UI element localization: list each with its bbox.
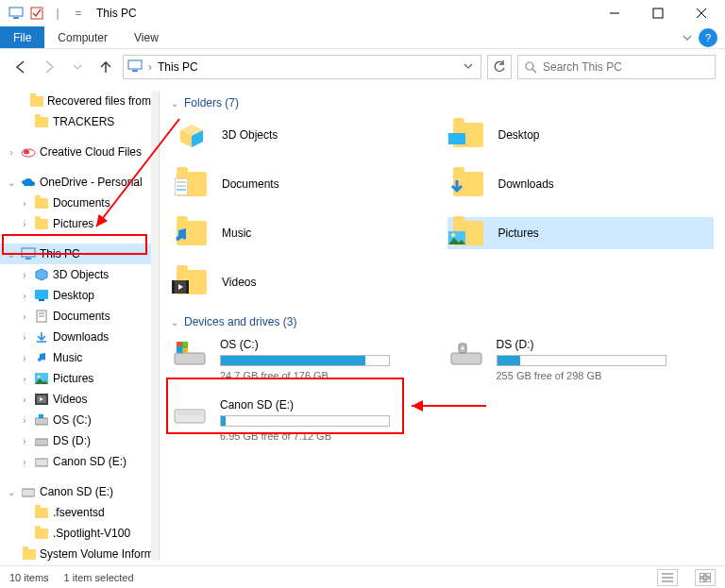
search-box[interactable] <box>517 55 716 79</box>
recent-locations-icon[interactable] <box>66 56 89 78</box>
forward-button[interactable] <box>38 56 60 78</box>
svg-rect-29 <box>35 439 48 445</box>
svg-rect-49 <box>183 342 189 347</box>
svg-rect-50 <box>177 348 182 354</box>
tree-item-od-documents[interactable]: ›Documents <box>0 193 151 213</box>
address-dropdown-icon[interactable] <box>460 60 477 74</box>
tree-item-spotlight[interactable]: .Spotlight-V100 <box>0 523 151 544</box>
tree-item-fseventsd[interactable]: .fseventsd <box>0 502 151 523</box>
back-button[interactable] <box>9 56 32 78</box>
tree-item-ds-d[interactable]: ›DS (D:) <box>0 430 151 451</box>
tree-item-downloads[interactable]: ›Downloads <box>0 327 151 347</box>
folder-downloads[interactable]: Downloads <box>447 168 715 200</box>
tree-item-desktop[interactable]: ›Desktop <box>0 285 151 306</box>
drive-os-c[interactable]: OS (C:) 24.7 GB free of 176 GB <box>171 338 407 381</box>
svg-rect-46 <box>175 353 205 364</box>
svg-rect-16 <box>35 290 48 299</box>
svg-rect-7 <box>128 60 142 69</box>
tree-item-canon-e-root[interactable]: ⌄Canon SD (E:) <box>0 481 151 502</box>
tree-item-trackers[interactable]: TRACKERS <box>0 111 151 132</box>
minimize-button[interactable] <box>593 0 636 26</box>
group-folders-label: Folders (7) <box>184 96 239 109</box>
close-button[interactable] <box>680 0 723 26</box>
status-bar: 10 items 1 item selected <box>0 565 725 588</box>
qat-properties-icon[interactable] <box>28 5 45 22</box>
view-details-button[interactable] <box>657 569 678 586</box>
svg-point-41 <box>451 233 455 237</box>
tree-item-music[interactable]: ›Music <box>0 347 151 368</box>
folder-documents[interactable]: Documents <box>171 168 438 200</box>
status-item-count: 10 items <box>9 572 49 583</box>
tree-item-onedrive[interactable]: ⌄OneDrive - Personal <box>0 172 151 193</box>
chevron-down-icon: ⌄ <box>171 98 178 109</box>
svg-rect-43 <box>172 280 175 294</box>
navigation-tree[interactable]: Recovered files from TRACKERS ›Creative … <box>0 85 151 566</box>
tab-file[interactable]: File <box>0 26 44 48</box>
svg-rect-61 <box>706 573 711 577</box>
status-selected-count: 1 item selected <box>64 572 134 583</box>
folder-music[interactable]: Music <box>171 217 438 249</box>
view-icons-button[interactable] <box>695 569 716 586</box>
tree-item-3dobjects[interactable]: ›3D Objects <box>0 264 151 285</box>
group-drives-header[interactable]: ⌄ Devices and drives (3) <box>171 315 714 328</box>
folder-label: Music <box>222 227 251 240</box>
tree-item-od-pictures[interactable]: ›Pictures <box>0 213 151 234</box>
svg-rect-48 <box>177 342 182 347</box>
svg-rect-44 <box>186 280 189 294</box>
svg-rect-31 <box>22 489 35 496</box>
qat-thispc-icon[interactable] <box>8 5 25 22</box>
tree-item-os-c[interactable]: ›OS (C:) <box>0 410 151 430</box>
svg-rect-27 <box>35 418 48 425</box>
folder-videos[interactable]: Videos <box>171 266 438 298</box>
tree-item-recovered[interactable]: Recovered files from <box>0 91 151 111</box>
drive-os-icon <box>171 338 209 370</box>
tree-item-documents[interactable]: ›Documents <box>0 306 151 327</box>
svg-rect-30 <box>35 459 48 466</box>
titlebar: | = This PC <box>0 0 725 26</box>
svg-rect-2 <box>31 8 42 19</box>
folder-desktop-icon <box>449 119 487 151</box>
folder-label: Pictures <box>498 227 539 240</box>
drive-free-text: 6.95 GB free of 7.12 GB <box>220 430 407 442</box>
address-bar[interactable]: › This PC <box>123 55 481 79</box>
window-title: This PC <box>96 7 137 20</box>
refresh-button[interactable] <box>487 55 512 79</box>
tree-item-pictures[interactable]: ›Pictures <box>0 368 151 389</box>
maximize-button[interactable] <box>636 0 680 26</box>
tree-item-sysvol[interactable]: System Volume Inform <box>0 544 151 564</box>
folder-videos-icon <box>173 266 211 298</box>
tree-item-this-pc[interactable]: ⌄This PC <box>0 244 151 264</box>
qat-menu-icon[interactable]: = <box>70 5 87 22</box>
folder-label: Videos <box>222 276 256 289</box>
svg-rect-8 <box>132 70 138 72</box>
tree-scrollbar[interactable] <box>151 91 159 561</box>
up-button[interactable] <box>94 56 117 78</box>
search-icon <box>524 60 537 74</box>
help-badge[interactable]: ? <box>699 28 717 47</box>
address-text: This PC <box>158 60 454 74</box>
folder-desktop[interactable]: Desktop <box>447 119 715 151</box>
tab-computer[interactable]: Computer <box>44 26 121 48</box>
window-buttons <box>593 0 723 26</box>
chevron-right-icon[interactable]: › <box>148 60 152 74</box>
tree-item-canon-e[interactable]: ›Canon SD (E:) <box>0 451 151 472</box>
group-drives-label: Devices and drives (3) <box>184 315 296 328</box>
folder-3dobjects[interactable]: 3D Objects <box>171 119 438 151</box>
svg-rect-14 <box>25 258 31 260</box>
svg-point-12 <box>24 150 29 155</box>
drive-free-text: 24.7 GB free of 176 GB <box>220 370 407 381</box>
tab-view[interactable]: View <box>121 26 172 48</box>
content-pane: ⌄ Folders (7) 3D Objects Desktop Documen… <box>160 85 725 566</box>
svg-rect-36 <box>175 178 188 195</box>
folder-pictures[interactable]: Pictures <box>447 217 715 249</box>
tree-item-creative-cloud[interactable]: ›Creative Cloud Files <box>0 142 151 162</box>
tree-item-videos[interactable]: ›Videos <box>0 389 151 410</box>
drive-ds-d[interactable]: DS (D:) 255 GB free of 298 GB <box>447 338 683 381</box>
ribbon-expand-icon[interactable] <box>676 26 699 48</box>
drive-canon-e[interactable]: Canon SD (E:) 6.95 GB free of 7.12 GB <box>171 398 407 442</box>
search-input[interactable] <box>543 60 709 74</box>
group-folders-header[interactable]: ⌄ Folders (7) <box>171 96 714 109</box>
navbar: › This PC <box>0 49 725 85</box>
svg-marker-15 <box>36 269 47 280</box>
svg-rect-62 <box>700 579 704 582</box>
